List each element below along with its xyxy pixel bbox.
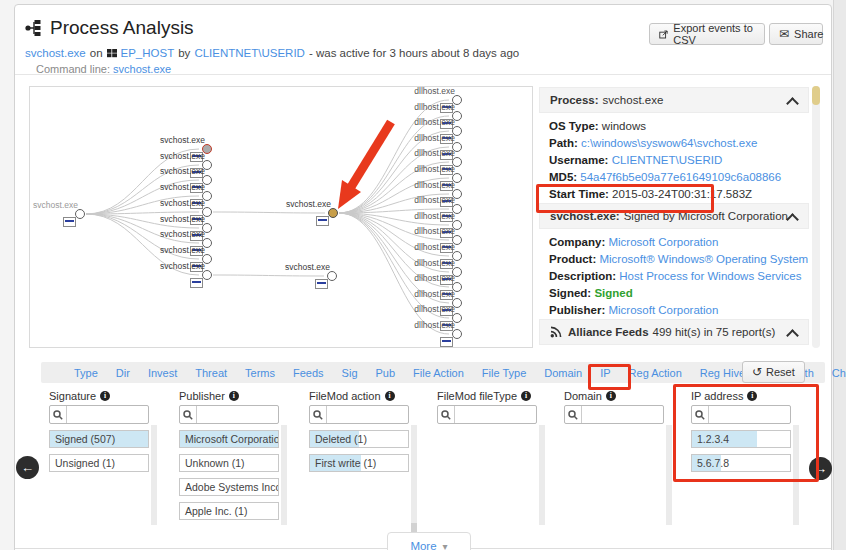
facet-item[interactable]: Unknown (1) (179, 454, 279, 472)
facet-search-input[interactable] (67, 409, 148, 421)
facet-item[interactable]: Deleted (1) (309, 430, 409, 448)
export-csv-button[interactable]: Export events to CSV (649, 23, 765, 45)
user-link[interactable]: CLIENTNET\USERID (194, 47, 305, 59)
window-scrollbar[interactable] (833, 0, 846, 550)
facet-scroll-right-button[interactable]: → (809, 457, 832, 480)
host-icon (107, 49, 117, 58)
facet-search-input[interactable] (197, 409, 278, 421)
tree-node-label: svchost.exe (143, 261, 205, 271)
tab-threat[interactable]: Threat (186, 367, 236, 379)
facet-item[interactable]: Apple Inc. (1) (179, 502, 279, 520)
tree-node-label: dllhost.exe (393, 164, 455, 174)
tree-node-label: dllhost.exe (393, 289, 455, 299)
info-row-value[interactable]: Microsoft Corporation (608, 236, 718, 248)
section-header[interactable]: Alliance Feeds499 hit(s) in 75 report(s) (539, 319, 809, 345)
share-button[interactable]: ✉ Share (769, 23, 823, 45)
tab-file-type[interactable]: File Type (473, 367, 535, 379)
tab-pub[interactable]: Pub (367, 367, 405, 379)
section-title-rest: Signed by Microsoft Corporation (624, 210, 788, 222)
subtitle-on: on (90, 47, 103, 59)
facet-scroll-left-button[interactable]: ← (16, 456, 39, 479)
tab-feeds[interactable]: Feeds (284, 367, 333, 379)
section-header[interactable]: svchost.exe:Signed by Microsoft Corporat… (539, 203, 809, 229)
facet-item[interactable]: 5.6.7.8 (691, 454, 791, 472)
window-icon (440, 337, 453, 347)
tab-sig[interactable]: Sig (333, 367, 367, 379)
facet-item[interactable]: 1.2.3.4 (691, 430, 791, 448)
info-row-value[interactable]: 54a47f6b5e09a77e61649109c6a08866 (580, 171, 781, 183)
facet-item[interactable]: Adobe Systems Incorporated (1) (179, 478, 279, 496)
tab-type[interactable]: Type (65, 367, 107, 379)
tree-node-circle[interactable] (202, 270, 212, 280)
info-row-value[interactable]: Microsoft Corporation (608, 304, 718, 316)
facet-search-input[interactable] (455, 409, 536, 421)
facet-item-label: First write (1) (310, 457, 376, 469)
facet-column-publisher: PublisheriMicrosoft Corporation (505)Unk… (179, 389, 279, 526)
facet-title-text: Domain (564, 390, 602, 402)
facet-search-box (309, 405, 409, 424)
facet-item[interactable]: Microsoft Corporation (505) (179, 430, 279, 448)
facet-item-label: 5.6.7.8 (692, 457, 729, 469)
tree-node-label: dllhost.exe (393, 102, 455, 112)
facet-search-input[interactable] (582, 409, 663, 421)
host-link[interactable]: EP_HOST (121, 47, 175, 59)
tab-reg-action[interactable]: Reg Action (620, 367, 691, 379)
info-panel-scrollbar-thumb[interactable] (812, 86, 820, 105)
info-row-label: Signed: (549, 287, 594, 299)
tree-node-label: svchost.exe (29, 200, 78, 210)
info-icon: i (606, 391, 616, 401)
tab-dir[interactable]: Dir (107, 367, 139, 379)
info-row-value[interactable]: CLIENTNET\USERID (612, 154, 723, 166)
tab-invest[interactable]: Invest (139, 367, 186, 379)
facet-search-box (49, 405, 149, 424)
tree-node-circle[interactable] (75, 209, 85, 219)
tree-node-label: svchost.exe (143, 135, 205, 145)
facet-item[interactable]: Unsigned (1) (49, 454, 149, 472)
section-title-bold: Alliance Feeds (568, 326, 649, 338)
facet-scrollbar-track[interactable] (793, 425, 799, 525)
process-name-link[interactable]: svchost.exe (25, 47, 86, 59)
page-title: Process Analysis (25, 17, 194, 39)
info-row-label: Username: (549, 154, 612, 166)
search-icon (180, 406, 197, 423)
facet-column-filemod-action: FileMod actioniDeleted (1)First write (1… (309, 389, 409, 478)
section-header[interactable]: Process:svchost.exe (539, 87, 809, 113)
facet-item[interactable]: Signed (507) (49, 430, 149, 448)
facet-item[interactable]: First write (1) (309, 454, 409, 472)
facet-search-input[interactable] (327, 409, 408, 421)
facet-scrollbar-track[interactable] (411, 425, 417, 525)
tab-file-action[interactable]: File Action (404, 367, 473, 379)
info-panel-scrollbar-track[interactable] (812, 86, 820, 348)
reset-filters-button[interactable]: ↺ Reset (742, 361, 805, 383)
tab-terms[interactable]: Terms (236, 367, 284, 379)
info-icon: i (385, 391, 395, 401)
rss-icon (550, 326, 562, 338)
tab-ip[interactable]: IP (591, 367, 619, 379)
facet-title-text: FileMod action (309, 390, 381, 402)
tab-domain[interactable]: Domain (535, 367, 591, 379)
search-icon (438, 406, 455, 423)
facet-item-list: Deleted (1)First write (1) (309, 430, 409, 472)
facet-title: Signaturei (49, 389, 149, 402)
info-row-value[interactable]: c:\windows\syswow64\svchost.exe (581, 137, 757, 149)
window-icon (63, 217, 76, 227)
facet-search-box (179, 405, 279, 424)
info-row-label: Start Time: (549, 188, 612, 200)
facet-scrollbar-track[interactable] (666, 425, 672, 525)
facet-title-text: Publisher (179, 390, 225, 402)
facet-scrollbar-track[interactable] (151, 425, 157, 525)
tab-child-md5[interactable]: Child MD5 (823, 367, 846, 379)
more-label: More (410, 540, 436, 550)
facet-scrollbar-track[interactable] (281, 425, 287, 525)
tree-node-label: svchost.exe (143, 166, 205, 176)
more-button[interactable]: More ▾ (387, 532, 471, 550)
tree-node-circle[interactable] (452, 329, 462, 339)
info-row-value[interactable]: Host Process for Windows Services (619, 270, 801, 282)
facet-title-text: Signature (49, 390, 96, 402)
tree-node-circle-selected[interactable] (328, 208, 338, 218)
facet-scrollbar-track[interactable] (539, 425, 545, 525)
facet-search-input[interactable] (709, 409, 790, 421)
tree-edge (213, 275, 324, 276)
info-row-value[interactable]: Microsoft® Windows® Operating System (599, 253, 808, 265)
tree-node-circle[interactable] (327, 271, 337, 281)
